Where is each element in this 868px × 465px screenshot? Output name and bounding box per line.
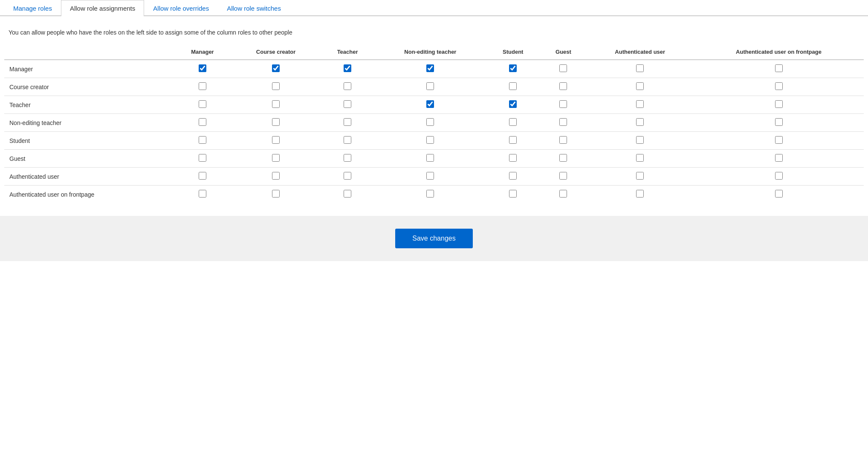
- checkbox-cell: [375, 78, 486, 96]
- tab-allow-role-overrides[interactable]: Allow role overrides: [144, 0, 218, 16]
- role-checkbox-7-2[interactable]: [344, 190, 351, 198]
- role-checkbox-4-0[interactable]: [199, 136, 206, 144]
- checkbox-cell: [375, 96, 486, 114]
- checkbox-cell: [320, 168, 375, 186]
- role-checkbox-7-3[interactable]: [426, 190, 434, 198]
- role-checkbox-3-7[interactable]: [775, 118, 783, 126]
- role-checkbox-2-2[interactable]: [344, 100, 351, 108]
- row-label: Student: [4, 132, 173, 150]
- checkbox-cell: [540, 168, 586, 186]
- role-checkbox-1-6[interactable]: [636, 82, 644, 90]
- role-checkbox-6-1[interactable]: [272, 172, 280, 180]
- role-checkbox-7-6[interactable]: [636, 190, 644, 198]
- role-checkbox-0-5[interactable]: [559, 64, 567, 72]
- role-checkbox-5-3[interactable]: [426, 154, 434, 162]
- role-checkbox-4-3[interactable]: [426, 136, 434, 144]
- role-checkbox-0-3[interactable]: [426, 64, 434, 72]
- role-checkbox-6-6[interactable]: [636, 172, 644, 180]
- role-checkbox-6-2[interactable]: [344, 172, 351, 180]
- role-checkbox-2-7[interactable]: [775, 100, 783, 108]
- role-checkbox-5-4[interactable]: [509, 154, 517, 162]
- checkbox-cell: [486, 186, 540, 203]
- role-checkbox-5-2[interactable]: [344, 154, 351, 162]
- role-checkbox-4-2[interactable]: [344, 136, 351, 144]
- checkbox-cell: [232, 150, 320, 168]
- save-button[interactable]: Save changes: [395, 229, 472, 248]
- checkbox-cell: [375, 150, 486, 168]
- role-checkbox-0-0[interactable]: [199, 64, 206, 72]
- checkbox-cell: [694, 132, 864, 150]
- role-checkbox-1-4[interactable]: [509, 82, 517, 90]
- tab-allow-role-switches[interactable]: Allow role switches: [218, 0, 290, 16]
- role-checkbox-4-7[interactable]: [775, 136, 783, 144]
- role-checkbox-2-4[interactable]: [509, 100, 517, 108]
- role-checkbox-1-5[interactable]: [559, 82, 567, 90]
- checkbox-cell: [320, 150, 375, 168]
- role-checkbox-1-2[interactable]: [344, 82, 351, 90]
- checkbox-cell: [375, 114, 486, 132]
- role-checkbox-3-2[interactable]: [344, 118, 351, 126]
- role-checkbox-3-3[interactable]: [426, 118, 434, 126]
- role-checkbox-5-0[interactable]: [199, 154, 206, 162]
- checkbox-cell: [486, 150, 540, 168]
- role-checkbox-7-7[interactable]: [775, 190, 783, 198]
- role-checkbox-1-7[interactable]: [775, 82, 783, 90]
- checkbox-cell: [486, 132, 540, 150]
- header-row: ManagerCourse creatorTeacherNon-editing …: [4, 44, 864, 60]
- role-checkbox-5-1[interactable]: [272, 154, 280, 162]
- role-checkbox-7-5[interactable]: [559, 190, 567, 198]
- checkbox-cell: [540, 132, 586, 150]
- checkbox-cell: [586, 96, 694, 114]
- checkbox-cell: [173, 132, 231, 150]
- checkbox-cell: [232, 114, 320, 132]
- role-checkbox-6-7[interactable]: [775, 172, 783, 180]
- role-checkbox-5-6[interactable]: [636, 154, 644, 162]
- checkbox-cell: [320, 114, 375, 132]
- role-checkbox-6-3[interactable]: [426, 172, 434, 180]
- role-checkbox-1-1[interactable]: [272, 82, 280, 90]
- role-checkbox-5-5[interactable]: [559, 154, 567, 162]
- tab-manage-roles[interactable]: Manage roles: [4, 0, 61, 16]
- row-label: Course creator: [4, 78, 173, 96]
- role-checkbox-2-5[interactable]: [559, 100, 567, 108]
- role-checkbox-0-2[interactable]: [344, 64, 351, 72]
- col-header-teacher: Teacher: [320, 44, 375, 60]
- role-checkbox-3-4[interactable]: [509, 118, 517, 126]
- checkbox-cell: [173, 186, 231, 203]
- table-body: ManagerCourse creatorTeacherNon-editing …: [4, 60, 864, 203]
- role-checkbox-0-7[interactable]: [775, 64, 783, 72]
- role-checkbox-1-3[interactable]: [426, 82, 434, 90]
- role-checkbox-6-4[interactable]: [509, 172, 517, 180]
- col-header-course-creator: Course creator: [232, 44, 320, 60]
- checkbox-cell: [486, 60, 540, 78]
- checkbox-cell: [173, 114, 231, 132]
- role-checkbox-2-0[interactable]: [199, 100, 206, 108]
- role-checkbox-2-6[interactable]: [636, 100, 644, 108]
- role-checkbox-7-0[interactable]: [199, 190, 206, 198]
- checkbox-cell: [232, 186, 320, 203]
- role-checkbox-4-5[interactable]: [559, 136, 567, 144]
- role-checkbox-3-5[interactable]: [559, 118, 567, 126]
- role-checkbox-1-0[interactable]: [199, 82, 206, 90]
- role-checkbox-7-1[interactable]: [272, 190, 280, 198]
- role-checkbox-4-4[interactable]: [509, 136, 517, 144]
- table-header: ManagerCourse creatorTeacherNon-editing …: [4, 44, 864, 60]
- role-checkbox-4-1[interactable]: [272, 136, 280, 144]
- role-checkbox-2-3[interactable]: [426, 100, 434, 108]
- role-checkbox-6-5[interactable]: [559, 172, 567, 180]
- role-checkbox-6-0[interactable]: [199, 172, 206, 180]
- role-checkbox-3-0[interactable]: [199, 118, 206, 126]
- col-header-non-editing-teacher: Non-editing teacher: [375, 44, 486, 60]
- role-checkbox-0-6[interactable]: [636, 64, 644, 72]
- role-checkbox-0-1[interactable]: [272, 64, 280, 72]
- role-checkbox-7-4[interactable]: [509, 190, 517, 198]
- role-checkbox-3-1[interactable]: [272, 118, 280, 126]
- role-checkbox-0-4[interactable]: [509, 64, 517, 72]
- role-checkbox-2-1[interactable]: [272, 100, 280, 108]
- checkbox-cell: [173, 78, 231, 96]
- tab-allow-role-assignments[interactable]: Allow role assignments: [61, 0, 144, 16]
- role-checkbox-5-7[interactable]: [775, 154, 783, 162]
- role-checkbox-4-6[interactable]: [636, 136, 644, 144]
- role-assignments-table: ManagerCourse creatorTeacherNon-editing …: [4, 44, 864, 203]
- role-checkbox-3-6[interactable]: [636, 118, 644, 126]
